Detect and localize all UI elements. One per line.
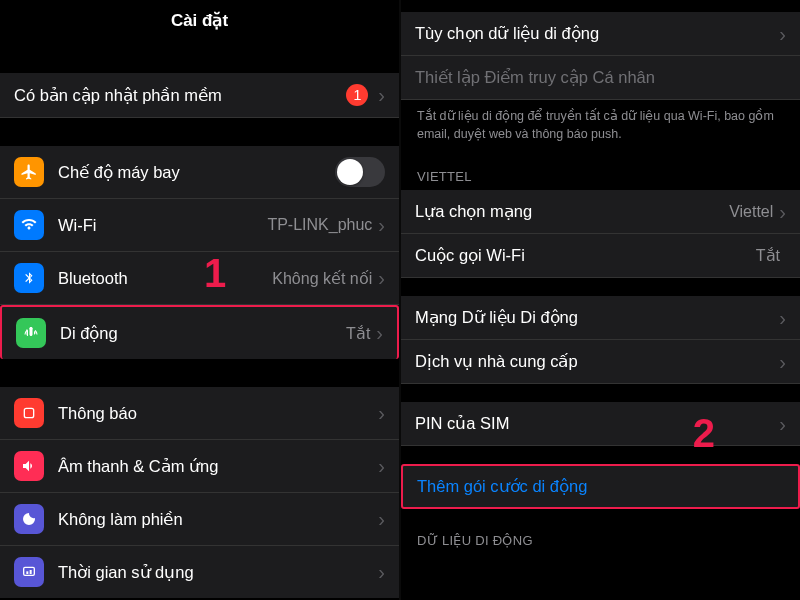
chevron-right-icon: › [779, 352, 786, 372]
chevron-right-icon: › [378, 268, 385, 288]
cellular-icon [16, 318, 46, 348]
dnd-icon [14, 504, 44, 534]
network-selection-row[interactable]: Lựa chọn mạng Viettel › [401, 190, 800, 234]
update-badge: 1 [346, 84, 368, 106]
network-selection-value: Viettel [729, 203, 773, 221]
bluetooth-value: Không kết nối [272, 269, 372, 288]
data-options-label: Tùy chọn dữ liệu di động [415, 24, 779, 43]
wifi-value: TP-LINK_phuc [267, 216, 372, 234]
add-plan-row[interactable]: Thêm gói cước di động [401, 464, 800, 509]
cellular-label: Di động [60, 324, 346, 343]
sim-pin-row[interactable]: PIN của SIM › [401, 402, 800, 446]
network-selection-label: Lựa chọn mạng [415, 202, 729, 221]
screentime-icon [14, 557, 44, 587]
step-marker-2: 2 [693, 411, 715, 456]
cellular-row[interactable]: Di động Tắt › [0, 305, 399, 359]
wifi-icon [14, 210, 44, 240]
svg-rect-3 [26, 571, 28, 574]
carrier-section-header: VIETTEL [401, 155, 800, 190]
dnd-row[interactable]: Không làm phiền › [0, 493, 399, 546]
chevron-right-icon: › [378, 456, 385, 476]
sim-pin-label: PIN của SIM [415, 414, 779, 433]
data-footnote: Tắt dữ liệu di động để truyền tất cả dữ … [401, 100, 800, 155]
add-plan-label: Thêm gói cước di động [417, 477, 784, 496]
chevron-right-icon: › [378, 215, 385, 235]
chevron-right-icon: › [779, 24, 786, 44]
chevron-right-icon: › [779, 414, 786, 434]
wifi-row[interactable]: Wi-Fi TP-LINK_phuc › [0, 199, 399, 252]
carrier-services-label: Dịch vụ nhà cung cấp [415, 352, 779, 371]
wifi-calling-row[interactable]: Cuộc gọi Wi-Fi Tắt [401, 234, 800, 278]
data-options-row[interactable]: Tùy chọn dữ liệu di động › [401, 12, 800, 56]
data-network-label: Mạng Dữ liệu Di động [415, 308, 779, 327]
sound-label: Âm thanh & Cảm ứng [58, 457, 378, 476]
screentime-row[interactable]: Thời gian sử dụng › [0, 546, 399, 598]
svg-rect-4 [30, 570, 32, 574]
data-section-header: DỮ LIỆU DI ĐỘNG [401, 509, 800, 554]
chevron-right-icon: › [378, 85, 385, 105]
sound-row[interactable]: Âm thanh & Cảm ứng › [0, 440, 399, 493]
screentime-label: Thời gian sử dụng [58, 563, 378, 582]
data-network-row[interactable]: Mạng Dữ liệu Di động › [401, 296, 800, 340]
bluetooth-icon [14, 263, 44, 293]
dnd-label: Không làm phiền [58, 510, 378, 529]
screen-settings-root: Cài đặt Có bản cập nhật phần mềm 1 › Chế… [0, 0, 399, 600]
airplane-icon [14, 157, 44, 187]
bluetooth-label: Bluetooth [58, 269, 272, 288]
airplane-label: Chế độ máy bay [58, 163, 335, 182]
chevron-right-icon: › [376, 323, 383, 343]
sound-icon [14, 451, 44, 481]
notifications-row[interactable]: Thông báo › [0, 387, 399, 440]
notifications-icon [14, 398, 44, 428]
chevron-right-icon: › [378, 403, 385, 423]
svg-rect-1 [24, 408, 33, 417]
airplane-mode-row[interactable]: Chế độ máy bay [0, 146, 399, 199]
hotspot-label: Thiết lập Điểm truy cập Cá nhân [415, 68, 786, 87]
wifi-calling-value: Tắt [756, 246, 780, 265]
step-marker-1: 1 [204, 251, 226, 296]
software-update-label: Có bản cập nhật phần mềm [14, 86, 346, 105]
screen-cellular-detail: Tùy chọn dữ liệu di động › Thiết lập Điể… [401, 0, 800, 600]
wifi-calling-label: Cuộc gọi Wi-Fi [415, 246, 756, 265]
page-title: Cài đặt [0, 0, 399, 45]
hotspot-row: Thiết lập Điểm truy cập Cá nhân [401, 56, 800, 100]
cellular-value: Tắt [346, 324, 370, 343]
airplane-toggle[interactable] [335, 157, 385, 187]
chevron-right-icon: › [779, 308, 786, 328]
notifications-label: Thông báo [58, 404, 378, 423]
carrier-services-row[interactable]: Dịch vụ nhà cung cấp › [401, 340, 800, 384]
chevron-right-icon: › [779, 202, 786, 222]
bluetooth-row[interactable]: Bluetooth Không kết nối › [0, 252, 399, 305]
software-update-row[interactable]: Có bản cập nhật phần mềm 1 › [0, 73, 399, 118]
chevron-right-icon: › [378, 509, 385, 529]
svg-rect-2 [24, 567, 35, 575]
wifi-label: Wi-Fi [58, 216, 267, 235]
svg-point-0 [30, 327, 33, 330]
chevron-right-icon: › [378, 562, 385, 582]
